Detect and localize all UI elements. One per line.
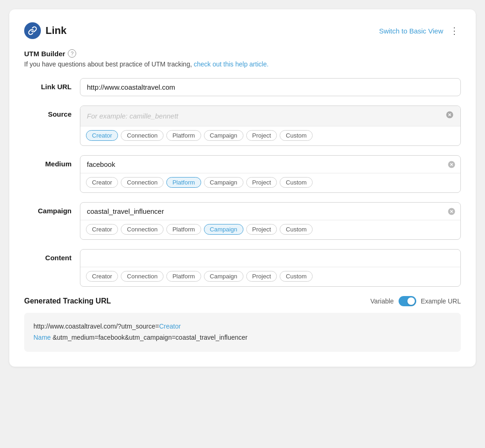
medium-tag-project[interactable]: Project <box>246 177 277 188</box>
campaign-tag-creator[interactable]: Creator <box>86 224 118 235</box>
generated-url-link1[interactable]: Creator <box>159 323 181 330</box>
switch-basic-view-button[interactable]: Switch to Basic View <box>379 27 443 35</box>
source-input-row: For example: camille_bennett <box>80 106 460 126</box>
generated-url-suffix: &utm_medium=facebook&utm_campaign=coasta… <box>51 334 247 341</box>
campaign-tag-connection[interactable]: Connection <box>121 224 164 235</box>
medium-input[interactable] <box>80 156 460 173</box>
link-icon <box>24 22 41 39</box>
generated-title: Generated Tracking URL <box>24 297 111 305</box>
campaign-tag-platform[interactable]: Platform <box>166 224 201 235</box>
medium-label: Medium <box>24 155 80 168</box>
campaign-input[interactable] <box>80 203 460 220</box>
example-url-label: Example URL <box>421 297 461 305</box>
source-tags: Creator Connection Platform Campaign Pro… <box>80 126 460 145</box>
medium-tag-platform[interactable]: Platform <box>166 177 201 188</box>
generated-header: Generated Tracking URL Variable Example … <box>24 296 461 306</box>
generated-section: Generated Tracking URL Variable Example … <box>24 296 461 352</box>
content-input[interactable] <box>80 250 460 267</box>
main-card: Link Switch to Basic View ⋮ UTM Builder … <box>9 9 476 367</box>
source-row: Source For example: camille_bennett Crea… <box>24 105 461 146</box>
medium-tag-connection[interactable]: Connection <box>121 177 164 188</box>
content-tag-campaign[interactable]: Campaign <box>204 271 243 282</box>
content-tag-project[interactable]: Project <box>246 271 277 282</box>
medium-control: Creator Connection Platform Campaign Pro… <box>80 155 461 193</box>
link-url-control <box>80 78 461 96</box>
campaign-clear-button[interactable] <box>447 207 456 216</box>
content-tag-platform[interactable]: Platform <box>166 271 201 282</box>
campaign-tag-project[interactable]: Project <box>246 224 277 235</box>
source-tag-campaign[interactable]: Campaign <box>204 130 243 141</box>
campaign-input-row <box>80 203 460 220</box>
medium-tags: Creator Connection Platform Campaign Pro… <box>80 173 460 192</box>
generated-url-link2[interactable]: Name <box>33 334 51 341</box>
content-input-row <box>80 250 460 267</box>
source-tag-platform[interactable]: Platform <box>166 130 201 141</box>
medium-tag-campaign[interactable]: Campaign <box>204 177 243 188</box>
content-label: Content <box>24 249 80 262</box>
campaign-tag-campaign[interactable]: Campaign <box>204 224 243 235</box>
source-clear-button[interactable] <box>446 111 454 121</box>
campaign-tags: Creator Connection Platform Campaign Pro… <box>80 220 460 239</box>
content-row: Content Creator Connection Platform Camp… <box>24 249 461 287</box>
source-control: For example: camille_bennett Creator Con… <box>80 105 461 146</box>
medium-input-row <box>80 156 460 173</box>
source-placeholder: For example: camille_bennett <box>87 112 446 120</box>
more-options-button[interactable]: ⋮ <box>448 24 461 37</box>
generated-controls: Variable Example URL <box>370 296 461 306</box>
content-tag-creator[interactable]: Creator <box>86 271 118 282</box>
source-tag-connection[interactable]: Connection <box>121 130 164 141</box>
help-icon[interactable]: ? <box>68 49 76 58</box>
variable-label: Variable <box>370 297 393 305</box>
card-header: Link Switch to Basic View ⋮ <box>24 22 461 39</box>
campaign-label: Campaign <box>24 202 80 215</box>
help-article-link[interactable]: check out this help article. <box>194 60 269 68</box>
content-tags: Creator Connection Platform Campaign Pro… <box>80 267 460 286</box>
content-tag-connection[interactable]: Connection <box>121 271 164 282</box>
source-tag-creator[interactable]: Creator <box>86 130 118 141</box>
utm-description: If you have questions about best practic… <box>24 60 461 68</box>
medium-row: Medium Creator Connection Platform Campa… <box>24 155 461 193</box>
campaign-control: Creator Connection Platform Campaign Pro… <box>80 202 461 240</box>
header-actions: Switch to Basic View ⋮ <box>379 24 461 37</box>
generated-url-box: http://www.coastaltravel.com/?utm_source… <box>24 313 461 352</box>
link-url-input[interactable] <box>80 79 460 96</box>
medium-clear-button[interactable] <box>447 160 456 169</box>
campaign-tag-custom[interactable]: Custom <box>280 224 313 235</box>
campaign-row: Campaign Creator Connection Platform Cam… <box>24 202 461 240</box>
medium-tag-creator[interactable]: Creator <box>86 177 118 188</box>
title-area: Link <box>24 22 66 39</box>
utm-builder-label: UTM Builder ? <box>24 49 461 58</box>
source-tag-custom[interactable]: Custom <box>280 130 313 141</box>
page-title: Link <box>46 25 66 37</box>
medium-tag-custom[interactable]: Custom <box>280 177 313 188</box>
generated-url-prefix: http://www.coastaltravel.com/?utm_source… <box>33 323 159 330</box>
content-tag-custom[interactable]: Custom <box>280 271 313 282</box>
variable-toggle[interactable] <box>399 296 416 306</box>
source-label: Source <box>24 105 80 118</box>
link-url-label: Link URL <box>24 78 80 91</box>
link-url-row: Link URL <box>24 78 461 96</box>
content-control: Creator Connection Platform Campaign Pro… <box>80 249 461 287</box>
source-tag-project[interactable]: Project <box>246 130 277 141</box>
